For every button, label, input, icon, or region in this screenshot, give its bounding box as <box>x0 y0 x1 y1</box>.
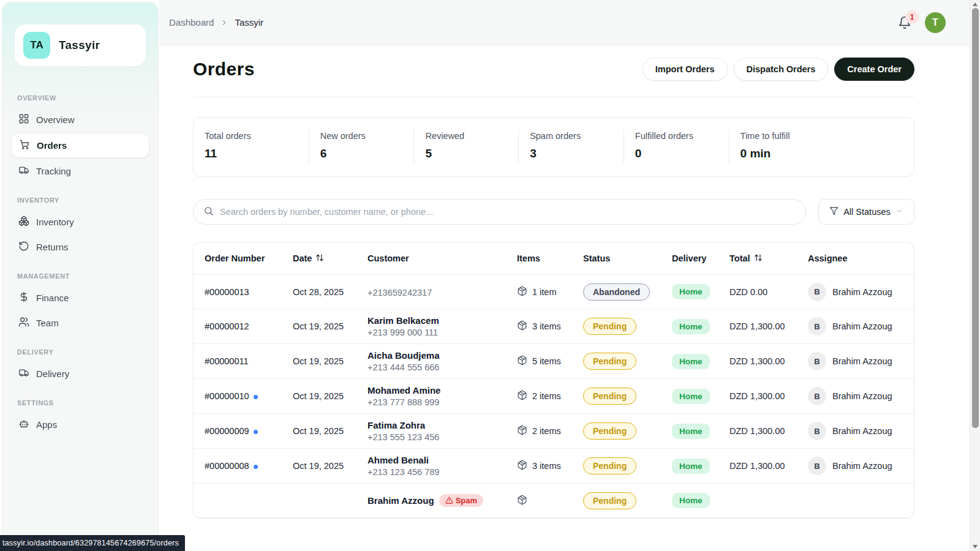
items-count: 1 item <box>532 287 557 297</box>
warning-triangle-icon <box>445 497 453 504</box>
stat-value: 5 <box>425 147 507 160</box>
chevron-down-icon <box>895 207 903 217</box>
nav-section-settings: SETTINGS <box>17 399 143 407</box>
assignee-name: Brahim Azzoug <box>832 461 892 471</box>
stat-value: 0 <box>635 147 718 160</box>
vertical-scrollbar[interactable] <box>970 0 980 551</box>
search-icon <box>203 206 214 219</box>
status-filter-label: All Statuses <box>843 207 891 217</box>
status-filter-dropdown[interactable]: All Statuses <box>818 199 914 225</box>
table-row[interactable]: Brahim Azzoug Spam Pending Home <box>194 484 914 518</box>
sidebar: TA Tassyir OVERVIEW Overview Orders Trac… <box>2 2 159 549</box>
spam-badge-label: Spam <box>456 496 477 505</box>
customer-phone: +213 555 123 456 <box>368 432 517 442</box>
table-header: Order Number Date Customer Items Status … <box>194 242 914 275</box>
truck-icon <box>18 367 29 380</box>
sidebar-item-label: Finance <box>36 293 69 303</box>
table-row[interactable]: #00000013 Oct 28, 2025 Spam +21365924231… <box>194 275 914 309</box>
brand-logo: TA <box>23 32 50 59</box>
assignee-avatar: B <box>808 422 826 440</box>
breadcrumb-dashboard[interactable]: Dashboard <box>169 17 214 28</box>
sidebar-item-returns[interactable]: Returns <box>11 235 149 259</box>
stat-time-to-fulfill: Time to fulfill 0 min <box>729 130 914 164</box>
order-date: Oct 19, 2025 <box>293 461 368 471</box>
scroll-down-arrow[interactable] <box>973 545 978 549</box>
customer-phone: +213 999 000 111 <box>368 328 517 337</box>
order-number: #00000010 <box>205 391 249 401</box>
bot-icon <box>18 418 29 431</box>
assignee-name: Brahim Azzoug <box>832 287 892 297</box>
spam-badge: Spam <box>439 494 483 507</box>
status-pill: Pending <box>583 422 636 440</box>
header-divider <box>193 97 914 97</box>
stat-value: 6 <box>320 147 403 160</box>
brand-card[interactable]: TA Tassyir <box>15 24 146 66</box>
order-total: DZD 1,300.00 <box>729 321 808 331</box>
stat-label: Spam orders <box>530 131 612 141</box>
customer-phone: +213 444 555 666 <box>368 362 517 372</box>
order-number: #00000009 <box>205 426 249 436</box>
sidebar-item-delivery[interactable]: Delivery <box>11 362 149 386</box>
sidebar-item-orders[interactable]: Orders <box>11 133 149 158</box>
scrollbar-thumb[interactable] <box>972 8 979 428</box>
sidebar-item-team[interactable]: Team <box>11 311 149 335</box>
sidebar-item-overview[interactable]: Overview <box>11 108 149 132</box>
sort-icon[interactable] <box>315 253 324 264</box>
assignee-name: Brahim Azzoug <box>832 391 892 401</box>
sidebar-item-apps[interactable]: Apps <box>11 413 149 437</box>
status-pill: Pending <box>583 492 636 509</box>
sidebar-item-label: Apps <box>36 419 57 430</box>
unread-dot <box>254 395 258 399</box>
nav-section-delivery: DELIVERY <box>17 348 143 356</box>
dispatch-orders-button[interactable]: Dispatch Orders <box>734 58 829 81</box>
customer-phone: +213 123 456 789 <box>368 467 517 477</box>
table-row[interactable]: #00000012 Oct 19, 2025 Karim Belkacem Sp… <box>194 309 914 344</box>
assignee-avatar: B <box>808 387 826 405</box>
table-row[interactable]: #00000009 Oct 19, 2025 Fatima Zohra Spam… <box>194 414 914 449</box>
nav-section-inventory: INVENTORY <box>17 197 143 204</box>
table-row[interactable]: #00000010 Oct 19, 2025 Mohamed Amine Spa… <box>194 379 914 414</box>
delivery-pill: Home <box>672 424 710 439</box>
nav-section-management: MANAGEMENT <box>17 272 143 280</box>
create-order-button[interactable]: Create Order <box>834 58 914 81</box>
order-number: #00000008 <box>205 461 249 471</box>
package-icon <box>517 390 527 402</box>
unread-dot <box>254 430 258 434</box>
statusbar-url: tassyir.io/dashboard/632978145674269675/… <box>0 535 185 551</box>
sidebar-item-finance[interactable]: Finance <box>11 286 149 310</box>
truck-icon <box>18 165 29 178</box>
status-pill: Pending <box>583 457 636 474</box>
sidebar-item-label: Tracking <box>36 166 71 176</box>
nav-section-overview: OVERVIEW <box>17 94 143 102</box>
col-assignee: Assignee <box>808 253 914 263</box>
search-input[interactable] <box>220 207 796 217</box>
sidebar-item-inventory[interactable]: Inventory <box>11 210 149 234</box>
status-pill: Pending <box>583 353 636 370</box>
sidebar-item-tracking[interactable]: Tracking <box>11 159 149 183</box>
col-date: Date <box>293 253 368 264</box>
import-orders-button[interactable]: Import Orders <box>643 58 728 81</box>
package-icon <box>517 355 527 367</box>
chevron-right-icon <box>220 18 228 27</box>
package-icon <box>517 495 527 507</box>
notification-badge: 1 <box>905 10 919 24</box>
assignee-avatar: B <box>808 457 826 475</box>
col-items: Items <box>517 253 583 263</box>
order-date: Oct 19, 2025 <box>293 356 368 366</box>
table-row[interactable]: #00000008 Oct 19, 2025 Ahmed Benali Spam… <box>194 449 914 484</box>
delivery-pill: Home <box>672 459 710 474</box>
items-count: 2 items <box>532 391 561 401</box>
order-date: Oct 19, 2025 <box>293 426 368 436</box>
col-status: Status <box>583 253 672 263</box>
users-icon <box>18 317 29 329</box>
order-total: DZD 1,300.00 <box>729 356 808 366</box>
notifications-button[interactable]: 1 <box>898 16 911 29</box>
assignee-name: Brahim Azzoug <box>832 321 892 331</box>
sidebar-item-label: Inventory <box>36 217 74 227</box>
scroll-up-arrow[interactable] <box>973 2 978 6</box>
stat-label: Total orders <box>205 131 298 141</box>
table-row[interactable]: #00000011 Oct 19, 2025 Aicha Boudjema Sp… <box>194 344 914 379</box>
stat-label: Reviewed <box>425 131 507 141</box>
user-avatar[interactable]: T <box>925 12 946 33</box>
sort-icon[interactable] <box>754 253 763 264</box>
